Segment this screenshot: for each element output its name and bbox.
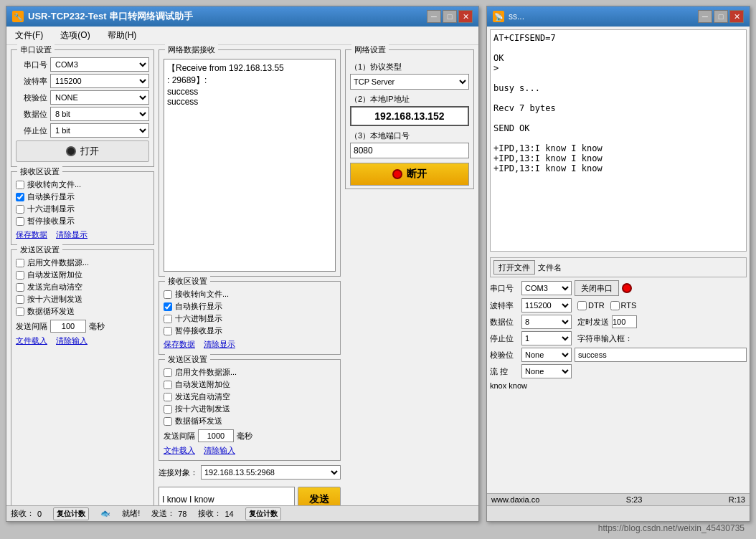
minimize-button[interactable]: ─ — [427, 10, 441, 23]
main-content: 串口设置 串口号 COM3 波特率 115200 校验位 NONE — [6, 45, 478, 517]
ss-maximize-button[interactable]: □ — [714, 10, 728, 23]
ss-stopbits-select[interactable]: 1 — [521, 331, 572, 345]
net-recv-opt2-checkbox[interactable] — [164, 302, 172, 311]
recv-opt4-checkbox[interactable] — [16, 217, 24, 226]
net-recv-opt1-row: 接收转向文件... — [164, 289, 336, 300]
menu-help[interactable]: 帮助(H) — [105, 29, 140, 42]
save-data-button[interactable]: 保存数据 — [16, 229, 47, 240]
menu-file[interactable]: 文件(F) — [12, 29, 46, 42]
file-name-label: 文件名 — [538, 262, 562, 273]
recv-opt3-checkbox[interactable] — [16, 205, 24, 214]
net-interval-input[interactable] — [198, 429, 234, 442]
attribution-text: https://blog.csdn.net/weixin_45430735 — [598, 523, 745, 533]
recv-opt2-checkbox[interactable] — [16, 193, 24, 201]
stopbits-label: 停止位 — [16, 125, 47, 136]
parity-label: 校验位 — [16, 92, 47, 103]
parity-select[interactable]: NONE — [50, 90, 149, 105]
ss-close-button[interactable]: ✕ — [729, 10, 744, 23]
send-opt5-label: 数据循环发送 — [27, 306, 75, 317]
ss-port-row: 串口号 COM3 关闭串口 — [490, 280, 747, 296]
open-serial-button[interactable]: 打开 — [16, 140, 149, 162]
file-open-button[interactable]: 打开文件 — [493, 260, 535, 275]
recv-opt1-checkbox[interactable] — [16, 181, 24, 189]
net-recv-opt4-row: 暂停接收显示 — [164, 325, 336, 336]
interval-input[interactable] — [50, 320, 86, 333]
title-controls: ─ □ ✕ — [427, 10, 473, 23]
ss-databits-select[interactable]: 8 — [521, 315, 572, 329]
clear-display-button[interactable]: 清除显示 — [56, 229, 88, 240]
rts-checkbox[interactable] — [610, 301, 620, 310]
net-recv-opt3-checkbox[interactable] — [164, 315, 172, 323]
net-send-opt1-checkbox[interactable] — [164, 368, 172, 377]
net-interval-label: 发送间隔 — [164, 431, 195, 442]
ss-title-bar: 📡 ss... ─ □ ✕ — [487, 6, 750, 27]
send-opt3-checkbox[interactable] — [16, 283, 24, 292]
send-count: 发送： 78 — [151, 508, 186, 519]
protocol-label: （1）协议类型 — [350, 62, 469, 72]
ss-minimize-button[interactable]: ─ — [698, 10, 712, 23]
ss-dtr-checkbox-row: DTR — [577, 301, 605, 310]
port-select[interactable]: COM3 — [50, 57, 149, 72]
databits-select[interactable]: 8 bit — [50, 107, 149, 121]
ss-flow-select[interactable]: None — [521, 364, 572, 378]
protocol-select[interactable]: TCP Server — [350, 74, 469, 90]
ss-parity-select[interactable]: None — [521, 348, 572, 362]
receive-value: 0 — [37, 510, 42, 518]
maximize-button[interactable]: □ — [443, 10, 457, 23]
disconnect-btn-label: 断开 — [407, 168, 427, 181]
ss-stopbits-label: 停止位 — [490, 333, 519, 344]
clear-input-button[interactable]: 清除输入 — [56, 335, 88, 346]
recv-opt2-row: 自动换行显示 — [16, 191, 149, 202]
net-file-load-button[interactable]: 文件载入 — [164, 445, 195, 456]
net-send-opt5-checkbox[interactable] — [164, 417, 172, 426]
ss-flow-row: 流 控 None — [490, 364, 747, 378]
net-recv-opt4-checkbox[interactable] — [164, 327, 172, 335]
disconnect-button[interactable]: 断开 — [350, 163, 469, 186]
send-opt1-label: 启用文件数据源... — [27, 257, 89, 268]
net-recv-opt4-label: 暂停接收显示 — [175, 325, 222, 336]
connect-target-select[interactable]: 192.168.13.55:2968 — [201, 465, 341, 480]
port-label: 串口号 — [16, 59, 47, 70]
reset-count-button[interactable]: 复位计数 — [53, 507, 89, 520]
net-send-opt3-checkbox[interactable] — [164, 393, 172, 401]
ss-string-input[interactable] — [575, 348, 747, 362]
middle-column: 网络数据接收 【Receive from 192.168.13.55 : 296… — [159, 49, 341, 512]
network-receive-title: 网络数据接收 — [165, 44, 218, 55]
string-input-label: 字符串输入框： — [577, 333, 633, 344]
net-clear-input-button[interactable]: 清除输入 — [204, 445, 235, 456]
net-save-data-button[interactable]: 保存数据 — [164, 339, 195, 350]
interval-unit: 毫秒 — [89, 321, 105, 332]
app-icon: 🔧 — [12, 11, 24, 22]
net-recv-opt1-checkbox[interactable] — [164, 290, 172, 299]
ss-title-left: 📡 ss... — [493, 11, 524, 22]
ss-close-port-button[interactable]: 关闭串口 — [575, 280, 619, 296]
ip-input[interactable] — [350, 106, 469, 126]
ss-window: 📡 ss... ─ □ ✕ AT+CIFSEND=7 OK > busy s..… — [486, 6, 750, 522]
ss-baud-row: 波特率 115200 DTR RTS — [490, 298, 747, 313]
baud-label: 波特率 — [16, 76, 47, 87]
net-send-opt2-checkbox[interactable] — [164, 381, 172, 389]
ss-baud-select[interactable]: 115200 — [521, 298, 572, 313]
timing-input[interactable] — [612, 315, 637, 328]
net-receive-count: 接收： 14 — [198, 508, 233, 519]
send-opt1-checkbox[interactable] — [16, 259, 24, 267]
net-receive-label: 接收： — [198, 508, 222, 519]
port-input-net[interactable] — [350, 143, 469, 158]
net-clear-display-button[interactable]: 清除显示 — [204, 339, 235, 350]
ss-port-select[interactable]: COM3 — [521, 281, 572, 295]
send-settings-title: 发送区设置 — [17, 244, 62, 255]
net-recv-opt3-label: 十六进制显示 — [175, 313, 222, 324]
net-interval-unit: 毫秒 — [237, 431, 252, 442]
send-opt2-checkbox[interactable] — [16, 271, 24, 280]
net-reset-count-button[interactable]: 复位计数 — [245, 507, 281, 520]
send-opt4-checkbox[interactable] — [16, 295, 24, 304]
net-send-opt4-checkbox[interactable] — [164, 405, 172, 414]
send-opt5-checkbox[interactable] — [16, 307, 24, 316]
send-opt5-row: 数据循环发送 — [16, 306, 149, 317]
baud-select[interactable]: 115200 — [50, 74, 149, 88]
menu-options[interactable]: 选项(O) — [57, 29, 93, 42]
close-button[interactable]: ✕ — [458, 10, 473, 23]
file-load-button[interactable]: 文件载入 — [16, 335, 47, 346]
dtr-checkbox[interactable] — [577, 301, 587, 310]
stopbits-select[interactable]: 1 bit — [50, 123, 149, 138]
